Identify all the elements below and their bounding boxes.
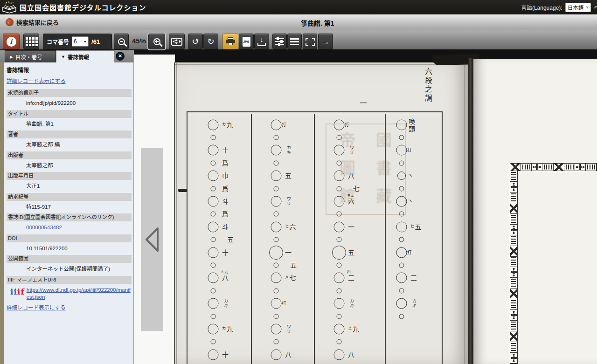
iiif-manifest-link[interactable]: https://www.dl.ndl.go.jp/api/iiif/922200… <box>27 287 131 301</box>
note-label: ワリ <box>286 197 291 206</box>
note-label: カキ <box>223 299 228 309</box>
note-label: 打 <box>407 250 412 255</box>
note-circle <box>337 237 342 242</box>
bib-field-label: 出版年月日 <box>7 172 132 180</box>
help-link-clipped[interactable]: ヘ <box>594 3 597 11</box>
note-circle <box>208 221 219 232</box>
note-label: 斗 <box>222 198 229 205</box>
sliders-icon <box>275 37 284 46</box>
back-to-results-button[interactable]: ← 検索結果に戻る <box>6 18 59 27</box>
border-motif-star <box>510 267 517 278</box>
detail-record-link-bottom[interactable]: 詳細レコード表示にする <box>7 303 66 311</box>
thumbnail-view-button[interactable] <box>23 34 39 49</box>
border-motif-star <box>510 310 517 321</box>
sidebar-close-button[interactable]: × <box>116 52 125 61</box>
print-button[interactable] <box>222 34 238 49</box>
arrow-right-icon: → <box>322 38 330 46</box>
bib-field-label: 請求記号 <box>7 193 132 201</box>
language-select[interactable]: 日本語 ∨ <box>565 3 591 12</box>
note-label: 巾 <box>222 172 229 179</box>
bib-field-label: 著者 <box>7 130 132 138</box>
note-label: 十 <box>222 147 229 153</box>
menu-lines-icon <box>290 38 299 40</box>
note-label: 八 <box>285 351 292 358</box>
note-circle <box>274 314 279 319</box>
caret-down-icon: ▼ <box>83 40 87 43</box>
note-circle <box>397 172 406 180</box>
note-circle <box>211 212 216 217</box>
frame-number-select[interactable]: 6 ▼ <box>72 36 89 47</box>
bibliographic-panel: 書誌情報 詳細レコード表示にする 永続的識別子info:ndljp/pid/92… <box>4 62 133 364</box>
fit-screen-button[interactable] <box>169 34 185 49</box>
info-icon: i <box>7 37 16 47</box>
frame-number-panel: コマ番号 6 ▼ /61 <box>43 34 112 49</box>
tab-arrow-right-icon: ▶ <box>10 55 13 59</box>
zoom-in-icon <box>153 38 160 45</box>
score-column: カ九十爲巾爲斗爲斗五十キ九八カキカ九十 <box>206 118 262 361</box>
note-circle <box>208 247 219 258</box>
border-motif-bars <box>510 299 517 310</box>
zoom-in-button[interactable] <box>148 34 165 49</box>
close-icon: × <box>118 52 122 59</box>
border-motif-bars <box>510 235 517 246</box>
next-frame-button[interactable]: → <box>318 34 333 49</box>
note-label: 爲 <box>222 211 229 217</box>
rotate-left-button[interactable]: ↺ <box>188 34 203 49</box>
jpg-download-button[interactable]: JPG <box>239 34 254 49</box>
zoom-out-button[interactable] <box>114 34 129 49</box>
rotate-left-icon: ↺ <box>192 37 199 46</box>
iiif-manifest-row: iiifhttps://www.dl.ndl.go.jp/api/iiif/92… <box>7 284 132 302</box>
bibliography-sidebar: ▶ 目次・巻号 ▼ 書誌情報 × 書誌情報 詳細レコード表示にする 永続的識別子… <box>0 50 134 364</box>
rotate-right-button[interactable]: ↻ <box>203 34 218 49</box>
note-circle <box>399 237 404 242</box>
bib-field-value: インターネット公開(保護期間満了) <box>7 263 132 274</box>
decorative-border-vertical <box>510 171 518 364</box>
tab-table-of-contents[interactable]: ▶ 目次・巻号 <box>5 50 56 62</box>
note-label: ヒ六 <box>285 224 296 230</box>
note-circle <box>399 135 404 140</box>
note-circle <box>334 323 345 334</box>
top-bar: 国立国会図書館デジタルコレクション 言語(Language): 日本語 ∨ ヘ <box>0 0 597 14</box>
scan-viewer[interactable]: 六段之調 一 帝國圖書館藏 カ九十爲巾爲斗爲斗五十キ九八カキカ九十打カキ五ワリヒ… <box>134 50 597 364</box>
note-circle <box>337 262 342 268</box>
bib-field-value-link[interactable]: 000000543482 <box>7 221 132 233</box>
download-button[interactable]: ↓ <box>254 34 269 49</box>
detail-record-link-top[interactable]: 詳細レコード表示にする <box>7 77 66 84</box>
language-label: 言語(Language): <box>521 3 562 11</box>
note-circle <box>271 196 282 207</box>
image-adjust-button[interactable] <box>272 34 287 49</box>
note-circle <box>337 212 342 217</box>
tab-label: 書誌情報 <box>68 53 89 61</box>
zoom-percent: 45% <box>131 37 147 45</box>
list-view-button[interactable] <box>287 34 302 49</box>
note-label: 七 <box>353 185 360 192</box>
note-label: 打 <box>282 123 286 127</box>
note-circle <box>334 273 345 283</box>
note-circle <box>399 160 404 165</box>
bib-field-label: 出版者 <box>7 151 132 159</box>
tab-bibliographic-info[interactable]: ▼ 書誌情報 <box>56 50 115 62</box>
border-motif-star <box>532 164 542 171</box>
sidebar-left-strip <box>0 62 4 364</box>
note-circle <box>334 171 345 181</box>
note-circle <box>396 196 407 207</box>
border-motif-bars <box>510 321 517 331</box>
note-circle <box>274 135 279 140</box>
note-label: 八 <box>348 351 354 358</box>
note-circle <box>211 339 216 344</box>
document-title: 箏曲譜. 第1 <box>301 18 334 27</box>
note-circle <box>396 247 407 258</box>
note-label: 五 <box>348 249 354 256</box>
fullscreen-button[interactable] <box>303 34 317 49</box>
info-button[interactable]: i <box>3 34 20 49</box>
note-circle <box>271 298 282 309</box>
border-motif-x <box>510 288 517 299</box>
note-circle <box>271 273 282 283</box>
score-frame-left-line <box>187 111 187 364</box>
previous-page-button[interactable] <box>141 148 163 331</box>
iiif-logo-icon: iiif <box>10 288 25 301</box>
note-circle <box>271 349 282 360</box>
frame-number-value: 6 <box>74 38 77 45</box>
note-circle <box>337 314 342 319</box>
note-label: 四三 <box>348 275 354 281</box>
